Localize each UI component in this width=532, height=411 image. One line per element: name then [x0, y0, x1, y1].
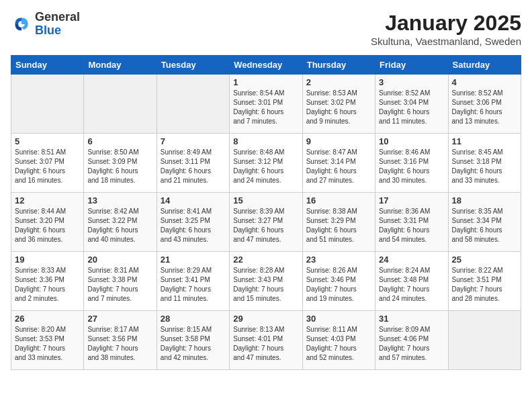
day-number: 29 [233, 314, 298, 324]
calendar-cell: 1Sunrise: 8:54 AM Sunset: 3:01 PM Daylig… [230, 75, 302, 134]
day-number: 13 [87, 195, 152, 205]
weekday-row: SundayMondayTuesdayWednesdayThursdayFrid… [11, 56, 521, 75]
calendar-body: 1Sunrise: 8:54 AM Sunset: 3:01 PM Daylig… [11, 75, 521, 370]
day-number: 17 [379, 195, 444, 205]
day-number: 8 [233, 136, 298, 146]
weekday-header-thursday: Thursday [302, 56, 375, 75]
calendar-cell: 18Sunrise: 8:35 AM Sunset: 3:34 PM Dayli… [448, 193, 521, 252]
logo: General Blue [11, 11, 80, 38]
day-number: 2 [306, 77, 371, 87]
calendar-cell: 10Sunrise: 8:46 AM Sunset: 3:16 PM Dayli… [375, 134, 448, 193]
calendar-cell [448, 311, 521, 370]
week-row-3: 12Sunrise: 8:44 AM Sunset: 3:20 PM Dayli… [11, 193, 521, 252]
day-number: 20 [87, 255, 152, 265]
day-number: 12 [15, 195, 80, 205]
day-info: Sunrise: 8:09 AM Sunset: 4:06 PM Dayligh… [379, 325, 444, 363]
day-info: Sunrise: 8:17 AM Sunset: 3:56 PM Dayligh… [87, 325, 152, 363]
title-block: January 2025 Skultuna, Vaestmanland, Swe… [371, 11, 521, 47]
calendar-cell: 24Sunrise: 8:24 AM Sunset: 3:48 PM Dayli… [375, 252, 448, 311]
page-header: General Blue January 2025 Skultuna, Vaes… [11, 11, 521, 47]
weekday-header-sunday: Sunday [11, 56, 84, 75]
day-info: Sunrise: 8:48 AM Sunset: 3:12 PM Dayligh… [233, 148, 298, 185]
calendar-cell: 12Sunrise: 8:44 AM Sunset: 3:20 PM Dayli… [11, 193, 84, 252]
calendar-cell: 8Sunrise: 8:48 AM Sunset: 3:12 PM Daylig… [230, 134, 302, 193]
day-number: 15 [233, 195, 298, 205]
day-info: Sunrise: 8:36 AM Sunset: 3:31 PM Dayligh… [379, 207, 444, 244]
calendar-cell: 3Sunrise: 8:52 AM Sunset: 3:04 PM Daylig… [375, 75, 448, 134]
weekday-header-wednesday: Wednesday [230, 56, 302, 75]
day-number: 30 [306, 314, 371, 324]
calendar-cell: 29Sunrise: 8:13 AM Sunset: 4:01 PM Dayli… [230, 311, 302, 370]
day-info: Sunrise: 8:35 AM Sunset: 3:34 PM Dayligh… [452, 207, 517, 244]
calendar-cell: 7Sunrise: 8:49 AM Sunset: 3:11 PM Daylig… [157, 134, 229, 193]
day-info: Sunrise: 8:26 AM Sunset: 3:46 PM Dayligh… [306, 266, 371, 304]
day-info: Sunrise: 8:45 AM Sunset: 3:18 PM Dayligh… [452, 148, 517, 185]
calendar-cell: 17Sunrise: 8:36 AM Sunset: 3:31 PM Dayli… [375, 193, 448, 252]
week-row-1: 1Sunrise: 8:54 AM Sunset: 3:01 PM Daylig… [11, 75, 521, 134]
day-number: 9 [306, 136, 371, 146]
weekday-header-monday: Monday [84, 56, 157, 75]
day-info: Sunrise: 8:38 AM Sunset: 3:29 PM Dayligh… [306, 207, 371, 244]
week-row-5: 26Sunrise: 8:20 AM Sunset: 3:53 PM Dayli… [11, 311, 521, 370]
day-number: 7 [161, 136, 226, 146]
logo-text: General Blue [35, 11, 80, 38]
day-number: 16 [306, 195, 371, 205]
calendar-table: SundayMondayTuesdayWednesdayThursdayFrid… [11, 55, 521, 370]
day-info: Sunrise: 8:53 AM Sunset: 3:02 PM Dayligh… [306, 89, 371, 126]
day-info: Sunrise: 8:41 AM Sunset: 3:25 PM Dayligh… [161, 207, 226, 244]
day-number: 21 [161, 255, 226, 265]
calendar-cell [84, 75, 157, 134]
calendar-cell: 2Sunrise: 8:53 AM Sunset: 3:02 PM Daylig… [302, 75, 375, 134]
calendar-cell: 27Sunrise: 8:17 AM Sunset: 3:56 PM Dayli… [84, 311, 157, 370]
day-info: Sunrise: 8:20 AM Sunset: 3:53 PM Dayligh… [15, 325, 80, 363]
day-info: Sunrise: 8:39 AM Sunset: 3:27 PM Dayligh… [233, 207, 298, 244]
day-info: Sunrise: 8:22 AM Sunset: 3:51 PM Dayligh… [452, 266, 517, 304]
calendar-cell: 5Sunrise: 8:51 AM Sunset: 3:07 PM Daylig… [11, 134, 84, 193]
calendar-cell: 15Sunrise: 8:39 AM Sunset: 3:27 PM Dayli… [230, 193, 302, 252]
day-number: 24 [379, 255, 444, 265]
calendar-cell: 22Sunrise: 8:28 AM Sunset: 3:43 PM Dayli… [230, 252, 302, 311]
calendar-subtitle: Skultuna, Vaestmanland, Sweden [371, 36, 521, 47]
day-number: 23 [306, 255, 371, 265]
day-info: Sunrise: 8:51 AM Sunset: 3:07 PM Dayligh… [15, 148, 80, 185]
day-number: 3 [379, 77, 444, 87]
day-number: 26 [15, 314, 80, 324]
day-number: 27 [87, 314, 152, 324]
day-info: Sunrise: 8:28 AM Sunset: 3:43 PM Dayligh… [233, 266, 298, 304]
calendar-cell: 9Sunrise: 8:47 AM Sunset: 3:14 PM Daylig… [302, 134, 375, 193]
day-number: 1 [233, 77, 298, 87]
day-info: Sunrise: 8:29 AM Sunset: 3:41 PM Dayligh… [161, 266, 226, 304]
calendar-cell: 31Sunrise: 8:09 AM Sunset: 4:06 PM Dayli… [375, 311, 448, 370]
day-number: 25 [452, 255, 517, 265]
calendar-cell: 16Sunrise: 8:38 AM Sunset: 3:29 PM Dayli… [302, 193, 375, 252]
day-info: Sunrise: 8:52 AM Sunset: 3:06 PM Dayligh… [452, 89, 517, 126]
day-number: 22 [233, 255, 298, 265]
day-info: Sunrise: 8:42 AM Sunset: 3:22 PM Dayligh… [87, 207, 152, 244]
calendar-cell: 26Sunrise: 8:20 AM Sunset: 3:53 PM Dayli… [11, 311, 84, 370]
calendar-cell: 6Sunrise: 8:50 AM Sunset: 3:09 PM Daylig… [84, 134, 157, 193]
logo-icon [11, 13, 32, 35]
weekday-header-friday: Friday [375, 56, 448, 75]
day-info: Sunrise: 8:46 AM Sunset: 3:16 PM Dayligh… [379, 148, 444, 185]
calendar-cell: 30Sunrise: 8:11 AM Sunset: 4:03 PM Dayli… [302, 311, 375, 370]
calendar-cell: 28Sunrise: 8:15 AM Sunset: 3:58 PM Dayli… [157, 311, 229, 370]
calendar-cell: 20Sunrise: 8:31 AM Sunset: 3:38 PM Dayli… [84, 252, 157, 311]
weekday-header-saturday: Saturday [448, 56, 521, 75]
day-number: 19 [15, 255, 80, 265]
day-number: 11 [452, 136, 517, 146]
day-info: Sunrise: 8:31 AM Sunset: 3:38 PM Dayligh… [87, 266, 152, 304]
day-info: Sunrise: 8:52 AM Sunset: 3:04 PM Dayligh… [379, 89, 444, 126]
day-number: 5 [15, 136, 80, 146]
calendar-cell: 13Sunrise: 8:42 AM Sunset: 3:22 PM Dayli… [84, 193, 157, 252]
day-info: Sunrise: 8:44 AM Sunset: 3:20 PM Dayligh… [15, 207, 80, 244]
calendar-cell: 14Sunrise: 8:41 AM Sunset: 3:25 PM Dayli… [157, 193, 229, 252]
day-info: Sunrise: 8:13 AM Sunset: 4:01 PM Dayligh… [233, 325, 298, 363]
day-info: Sunrise: 8:15 AM Sunset: 3:58 PM Dayligh… [161, 325, 226, 363]
calendar-cell: 25Sunrise: 8:22 AM Sunset: 3:51 PM Dayli… [448, 252, 521, 311]
calendar-cell: 19Sunrise: 8:33 AM Sunset: 3:36 PM Dayli… [11, 252, 84, 311]
day-number: 6 [87, 136, 152, 146]
day-number: 14 [161, 195, 226, 205]
calendar-cell: 11Sunrise: 8:45 AM Sunset: 3:18 PM Dayli… [448, 134, 521, 193]
weekday-header-tuesday: Tuesday [157, 56, 229, 75]
day-info: Sunrise: 8:54 AM Sunset: 3:01 PM Dayligh… [233, 89, 298, 126]
